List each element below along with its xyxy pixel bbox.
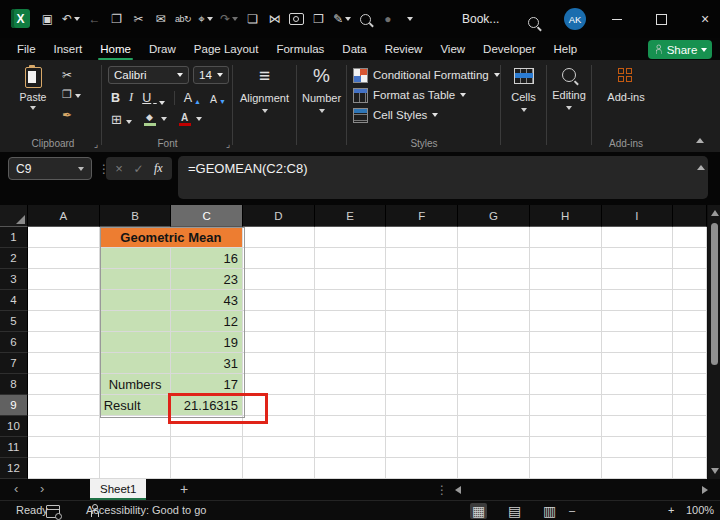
cell[interactable] xyxy=(386,416,458,437)
cell[interactable] xyxy=(673,416,707,437)
new-file-icon[interactable]: ❏ xyxy=(245,9,260,29)
cell[interactable] xyxy=(243,248,315,269)
tab-file[interactable]: File xyxy=(8,38,45,60)
cell-B9[interactable]: Result xyxy=(100,395,172,416)
cell[interactable] xyxy=(386,395,458,416)
cell[interactable] xyxy=(602,353,674,374)
cell[interactable] xyxy=(315,227,387,248)
row-header-6[interactable]: 6 xyxy=(0,332,28,353)
camera-icon[interactable] xyxy=(289,9,304,29)
cell[interactable] xyxy=(28,311,100,332)
paste-button[interactable]: Paste xyxy=(16,67,50,110)
row-header-11[interactable]: 11 xyxy=(0,437,28,458)
close-button[interactable]: × xyxy=(688,0,720,38)
cell[interactable] xyxy=(386,227,458,248)
cell[interactable] xyxy=(315,248,387,269)
zoom-percentage[interactable]: 100% xyxy=(686,504,714,516)
cell[interactable] xyxy=(530,290,602,311)
cell[interactable] xyxy=(386,311,458,332)
cut-icon[interactable]: ✂ xyxy=(62,68,72,82)
column-header-D[interactable]: D xyxy=(243,205,315,227)
cell[interactable] xyxy=(673,353,707,374)
page-break-view-icon[interactable]: ▥ xyxy=(543,503,556,519)
cell[interactable] xyxy=(530,374,602,395)
collapse-ribbon-icon[interactable] xyxy=(696,138,704,143)
cell[interactable] xyxy=(602,227,674,248)
row-header-5[interactable]: 5 xyxy=(0,311,28,332)
cell[interactable] xyxy=(100,416,172,437)
cell[interactable] xyxy=(315,437,387,458)
accessibility-status[interactable]: Accessibility: Good to go xyxy=(86,504,206,516)
record-icon[interactable]: ● xyxy=(380,9,395,29)
row-header-4[interactable]: 4 xyxy=(0,290,28,311)
cell[interactable] xyxy=(530,416,602,437)
cell[interactable] xyxy=(100,437,172,458)
copy-icon[interactable]: ❐ xyxy=(109,9,124,29)
vertical-scrollbar-thumb[interactable] xyxy=(711,223,718,365)
cell-B8[interactable]: Numbers xyxy=(100,374,172,395)
scroll-down-icon[interactable] xyxy=(711,468,719,474)
increase-font-size-button[interactable]: A▲ xyxy=(184,91,201,105)
cell[interactable] xyxy=(28,374,100,395)
column-header-G[interactable]: G xyxy=(458,205,530,227)
qat-overflow-icon[interactable] xyxy=(402,9,417,29)
cell[interactable] xyxy=(673,290,707,311)
cell[interactable] xyxy=(100,269,172,290)
vertical-scrollbar[interactable] xyxy=(708,205,720,479)
column-header-partial[interactable] xyxy=(673,205,707,227)
cell[interactable] xyxy=(243,437,315,458)
number-group-button[interactable]: % Number xyxy=(297,66,346,113)
cell-C7[interactable]: 31 xyxy=(171,353,243,374)
underline-button[interactable]: U xyxy=(142,91,165,105)
cell[interactable] xyxy=(458,395,530,416)
cell[interactable] xyxy=(243,353,315,374)
cell[interactable] xyxy=(28,353,100,374)
cell[interactable] xyxy=(602,332,674,353)
column-header-C[interactable]: C xyxy=(171,205,243,227)
avatar[interactable]: AK xyxy=(564,8,586,30)
addins-button[interactable]: Add-ins xyxy=(606,68,646,103)
column-header-H[interactable]: H xyxy=(530,205,602,227)
cell[interactable] xyxy=(100,290,172,311)
cell[interactable] xyxy=(28,332,100,353)
cell[interactable] xyxy=(602,374,674,395)
format-painter-icon[interactable]: ✒ xyxy=(62,108,72,122)
editing-group-button[interactable]: Editing xyxy=(547,68,591,110)
email-icon[interactable]: ✉ xyxy=(153,9,168,29)
cell[interactable] xyxy=(602,437,674,458)
cell[interactable] xyxy=(243,416,315,437)
tab-review[interactable]: Review xyxy=(376,38,432,60)
cell[interactable] xyxy=(315,269,387,290)
zoom-in-button[interactable]: + xyxy=(668,504,674,516)
cancel-icon[interactable]: × xyxy=(115,161,123,176)
alignment-group-button[interactable]: ≡ Alignment xyxy=(233,66,296,113)
redo-icon[interactable]: ↷ xyxy=(220,9,238,29)
cell[interactable] xyxy=(673,374,707,395)
hscroll-right-icon[interactable] xyxy=(702,486,708,494)
row-header-7[interactable]: 7 xyxy=(0,353,28,374)
tab-insert[interactable]: Insert xyxy=(45,38,92,60)
cell[interactable] xyxy=(386,290,458,311)
cell[interactable] xyxy=(673,332,707,353)
save-icon[interactable]: ▣ xyxy=(40,9,55,29)
cell[interactable] xyxy=(458,290,530,311)
cell[interactable] xyxy=(100,353,172,374)
cell[interactable] xyxy=(458,269,530,290)
cell[interactable] xyxy=(315,353,387,374)
cell[interactable] xyxy=(243,311,315,332)
insert-function-icon[interactable]: fx xyxy=(154,161,163,176)
cell[interactable] xyxy=(315,374,387,395)
cell-C4[interactable]: 43 xyxy=(171,290,243,311)
tab-page-layout[interactable]: Page Layout xyxy=(185,38,268,60)
row-header-10[interactable]: 10 xyxy=(0,416,28,437)
person-search-icon[interactable] xyxy=(358,9,373,29)
cell[interactable] xyxy=(315,311,387,332)
minimize-button[interactable] xyxy=(600,0,634,38)
cell[interactable] xyxy=(673,395,707,416)
name-box[interactable]: C9 xyxy=(8,157,92,180)
undo-icon[interactable]: ↶ xyxy=(62,9,80,29)
cell[interactable] xyxy=(315,458,387,479)
cells-group-button[interactable]: Cells xyxy=(501,68,546,112)
cell[interactable] xyxy=(673,311,707,332)
tab-view[interactable]: View xyxy=(431,38,474,60)
